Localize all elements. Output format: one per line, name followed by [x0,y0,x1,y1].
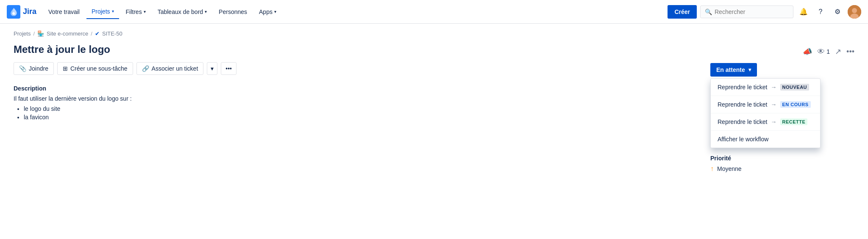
nav-apps[interactable]: Apps ▾ [254,5,281,19]
more-icon: ••• [846,47,854,56]
tableaux-chevron-icon: ▾ [205,9,207,14]
dropdown-workflow-link[interactable]: Afficher le workflow [711,131,820,148]
dropdown-item-nouveau[interactable]: Reprendre le ticket → NOUVEAU [711,79,820,96]
search-input[interactable] [715,8,789,15]
create-button[interactable]: Créer [668,5,697,19]
main-column: Mettre à jour le logo 📎 Joindre ⊞ Créer … [14,40,697,173]
link-icon: 🔗 [142,65,149,72]
filtres-chevron-icon: ▾ [144,9,146,14]
watch-count: 1 [826,48,830,55]
more-top-button[interactable]: ••• [846,47,854,56]
action-dropdown-button[interactable]: ▾ [207,62,217,75]
svg-point-3 [852,8,857,13]
feedback-button[interactable]: 📣 [803,47,812,56]
description-label: Description [14,85,697,92]
more-actions-button[interactable]: ••• [221,62,236,75]
navbar: Jira Votre travail Projets ▾ Filtres ▾ T… [0,0,868,24]
list-item-logo: le logo du site [24,105,697,112]
arrow-icon-1: → [771,84,777,91]
top-actions: 📣 👁 1 ↗ ••• [710,47,854,56]
site-ecommerce-icon: 🏪 [37,30,44,37]
apps-chevron-icon: ▾ [274,9,276,14]
nav-projets[interactable]: Projets ▾ [86,5,119,19]
nav-personnes[interactable]: Personnes [214,5,252,19]
status-label: En attente [716,66,745,73]
subtask-icon: ⊞ [63,65,68,72]
breadcrumb: Projets / 🏪 Site e-commerce / ✔ SITE-50 [0,24,868,40]
description-list: le logo du site la favicon [14,105,697,121]
paperclip-icon: 📎 [19,65,26,72]
priority-section: Priorité ↑ Moyenne [710,155,854,173]
jira-logo[interactable]: Jira [7,5,36,19]
breadcrumb-sep-2: / [91,30,92,37]
list-item-favicon: la favicon [24,114,697,121]
notifications-button[interactable]: 🔔 [797,5,810,19]
nav-tableaux-de-bord[interactable]: Tableaux de bord ▾ [153,5,212,19]
joindre-button[interactable]: 📎 Joindre [14,62,54,75]
share-icon: ↗ [835,47,841,56]
svg-point-1 [12,12,15,15]
settings-button[interactable]: ⚙ [831,5,844,19]
content-area: Mettre à jour le logo 📎 Joindre ⊞ Créer … [0,40,868,186]
share-button[interactable]: ↗ [835,47,841,56]
dropdown-item-en-cours[interactable]: Reprendre le ticket → EN COURS [711,96,820,113]
badge-recette: RECETTE [780,118,808,125]
nav-right: Créer 🔍 🔔 ? ⚙ [668,5,861,19]
side-column: 📣 👁 1 ↗ ••• En attente ▾ Reprendre le ti… [710,40,854,173]
nav-filtres[interactable]: Filtres ▾ [121,5,151,19]
creer-sous-tache-button[interactable]: ⊞ Créer une sous-tâche [57,62,133,75]
breadcrumb-ticket-id[interactable]: SITE-50 [102,30,122,37]
badge-en-cours: EN COURS [780,101,811,108]
breadcrumb-projets[interactable]: Projets [14,30,31,37]
jira-logo-icon [7,5,20,19]
arrow-icon-2: → [771,101,777,108]
page-title: Mettre à jour le logo [14,40,697,55]
help-button[interactable]: ? [814,5,827,19]
watch-button[interactable]: 👁 1 [817,47,830,56]
breadcrumb-site-ecommerce[interactable]: Site e-commerce [47,30,88,37]
eye-icon: 👁 [817,47,825,56]
status-chevron-icon: ▾ [748,67,751,73]
arrow-icon-3: → [771,118,777,125]
badge-nouveau: NOUVEAU [780,84,810,91]
jira-logo-text: Jira [23,7,36,16]
dropdown-label-en-cours: Reprendre le ticket [718,101,768,108]
status-dropdown: Reprendre le ticket → NOUVEAU Reprendre … [710,78,821,148]
megaphone-icon: 📣 [803,47,812,56]
priority-value: Moyenne [717,165,742,172]
action-bar: 📎 Joindre ⊞ Créer une sous-tâche 🔗 Assoc… [14,62,697,75]
breadcrumb-sep-1: / [33,30,35,37]
status-button[interactable]: En attente ▾ [710,63,757,77]
description-intro: Il faut utiliser la dernière version du … [14,95,697,102]
dropdown-label-nouveau: Reprendre le ticket [718,84,768,91]
dropdown-label-recette: Reprendre le ticket [718,118,768,125]
priority-row: ↑ Moyenne [710,165,854,173]
avatar-image [848,5,861,19]
search-box[interactable]: 🔍 [700,5,793,18]
task-icon: ✔ [95,30,100,37]
nav-votre-travail[interactable]: Votre travail [43,5,85,19]
priority-label: Priorité [710,155,854,162]
dropdown-item-recette[interactable]: Reprendre le ticket → RECETTE [711,113,820,131]
associer-ticket-button[interactable]: 🔗 Associer un ticket [136,62,204,75]
search-icon: 🔍 [705,8,712,15]
priority-icon: ↑ [710,165,714,173]
projets-chevron-icon: ▾ [112,9,114,14]
avatar[interactable] [848,5,861,19]
